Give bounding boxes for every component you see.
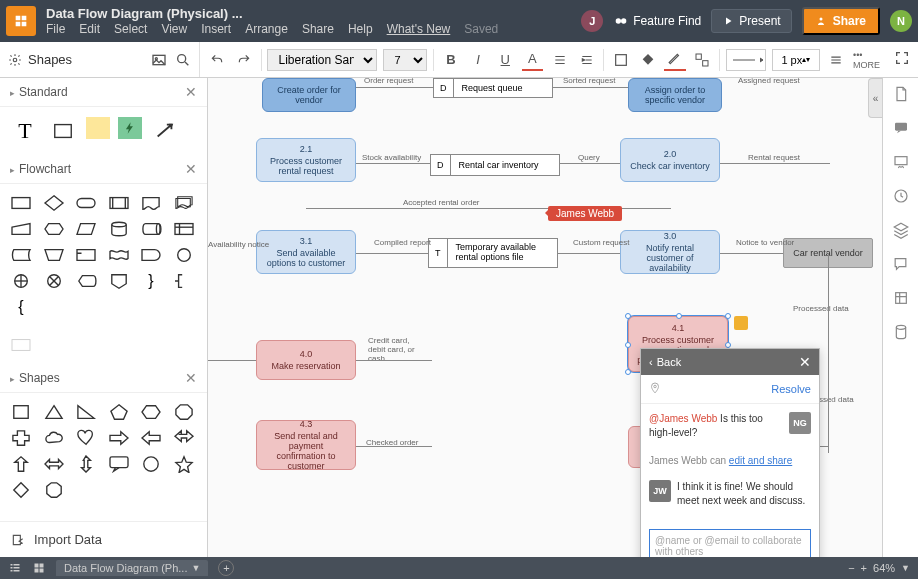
fc-multidoc[interactable] bbox=[171, 192, 197, 214]
fc-sum[interactable] bbox=[41, 270, 67, 292]
undo-button[interactable] bbox=[206, 49, 227, 71]
fc-tape[interactable] bbox=[106, 244, 132, 266]
fc-data[interactable] bbox=[73, 218, 99, 240]
fc-delay[interactable] bbox=[138, 244, 164, 266]
comments-icon[interactable] bbox=[891, 118, 911, 138]
bold-button[interactable]: B bbox=[440, 49, 461, 71]
fc-preparation[interactable] bbox=[41, 218, 67, 240]
node-2-1[interactable]: 2.1Process customer rental request bbox=[256, 138, 356, 182]
menu-arrange[interactable]: Arrange bbox=[245, 22, 288, 36]
comment-input[interactable]: @name or @email to collaborate with othe… bbox=[649, 529, 811, 557]
user-avatar[interactable]: N bbox=[890, 10, 912, 32]
zoom-out-button[interactable]: − bbox=[848, 562, 854, 574]
fc-process[interactable] bbox=[8, 192, 34, 214]
fc-decision[interactable] bbox=[41, 192, 67, 214]
node-2-0[interactable]: 2.0Check car inventory bbox=[620, 138, 720, 182]
fc-offpage[interactable] bbox=[106, 270, 132, 292]
sh-pentagon[interactable] bbox=[106, 401, 132, 423]
canvas[interactable]: Create order for vendor DRequest queue A… bbox=[208, 78, 882, 557]
datastore-temp-file[interactable]: TTemporary available rental options file bbox=[428, 238, 558, 268]
fc-annotation[interactable] bbox=[171, 270, 197, 292]
comment-close-button[interactable]: ✕ bbox=[799, 354, 811, 370]
zoom-dropdown[interactable]: ▼ bbox=[901, 563, 910, 573]
font-size-select[interactable]: 7 pt bbox=[383, 49, 427, 71]
feature-find-button[interactable]: Feature Find bbox=[613, 13, 701, 29]
present-button[interactable]: Present bbox=[711, 9, 791, 33]
master-icon[interactable] bbox=[891, 288, 911, 308]
border-color-button[interactable] bbox=[664, 49, 685, 71]
import-data-button[interactable]: Import Data bbox=[0, 521, 207, 557]
menu-whats-new[interactable]: What's New bbox=[387, 22, 451, 36]
fc-directdata[interactable] bbox=[138, 218, 164, 240]
node-create-order[interactable]: Create order for vendor bbox=[262, 78, 356, 112]
rect-shape[interactable] bbox=[48, 117, 78, 145]
sh-triangle[interactable] bbox=[41, 401, 67, 423]
panel-standard-header[interactable]: ▸Standard ✕ bbox=[0, 78, 207, 107]
fc-manual-op[interactable] bbox=[41, 244, 67, 266]
fill-color-button[interactable] bbox=[610, 49, 631, 71]
action-shape[interactable] bbox=[118, 117, 142, 139]
sh-cloud[interactable] bbox=[41, 427, 67, 449]
indent-button[interactable] bbox=[576, 49, 597, 71]
menu-insert[interactable]: Insert bbox=[201, 22, 231, 36]
menu-share[interactable]: Share bbox=[302, 22, 334, 36]
sh-arrow-b[interactable] bbox=[171, 427, 197, 449]
sh-arrows-v[interactable] bbox=[73, 453, 99, 475]
node-3-1[interactable]: 3.1Send available options to customer bbox=[256, 230, 356, 274]
right-rail-collapse[interactable]: « bbox=[868, 78, 882, 118]
close-icon[interactable]: ✕ bbox=[185, 84, 197, 100]
sh-arrow-l[interactable] bbox=[138, 427, 164, 449]
search-icon[interactable] bbox=[175, 52, 191, 68]
app-logo[interactable] bbox=[6, 6, 36, 36]
node-4-3[interactable]: 4.3Send rental and payment confirmation … bbox=[256, 420, 356, 470]
menu-file[interactable]: File bbox=[46, 22, 65, 36]
list-view-icon[interactable] bbox=[8, 562, 22, 574]
text-tool[interactable]: T bbox=[10, 117, 40, 145]
sh-star[interactable] bbox=[171, 453, 197, 475]
add-page-button[interactable]: + bbox=[218, 560, 234, 576]
node-assign-order[interactable]: Assign order to specific vendor bbox=[628, 78, 722, 112]
text-color-button[interactable]: A bbox=[522, 49, 543, 71]
panel-flowchart-header[interactable]: ▸Flowchart ✕ bbox=[0, 155, 207, 184]
fc-connector[interactable] bbox=[171, 244, 197, 266]
more-button[interactable]: •••MORE bbox=[853, 50, 880, 70]
fc-terminator[interactable] bbox=[73, 192, 99, 214]
chat-icon[interactable] bbox=[891, 254, 911, 274]
fc-or[interactable] bbox=[8, 270, 34, 292]
menu-view[interactable]: View bbox=[161, 22, 187, 36]
fc-input[interactable] bbox=[8, 218, 34, 240]
comment-back-button[interactable]: ‹ Back bbox=[649, 356, 681, 368]
shape-style-button[interactable] bbox=[692, 49, 713, 71]
present-icon[interactable] bbox=[891, 152, 911, 172]
sh-arrow-u[interactable] bbox=[8, 453, 34, 475]
note-shape[interactable] bbox=[86, 117, 110, 139]
sh-callout[interactable] bbox=[106, 453, 132, 475]
menu-select[interactable]: Select bbox=[114, 22, 147, 36]
zoom-in-button[interactable]: + bbox=[861, 562, 867, 574]
document-title[interactable]: Data Flow Diagram (Physical) ... bbox=[46, 6, 581, 21]
line-options-button[interactable] bbox=[826, 49, 847, 71]
line-style-select[interactable] bbox=[726, 49, 766, 71]
edit-share-link[interactable]: edit and share bbox=[729, 455, 792, 466]
sh-heart[interactable] bbox=[73, 427, 99, 449]
sh-arrows-h[interactable] bbox=[41, 453, 67, 475]
shape-fill-button[interactable] bbox=[637, 49, 658, 71]
layers-icon[interactable] bbox=[891, 220, 911, 240]
sh-octagon[interactable] bbox=[171, 401, 197, 423]
fc-document[interactable] bbox=[138, 192, 164, 214]
comment-marker-icon[interactable] bbox=[734, 316, 748, 330]
zoom-level[interactable]: 64% bbox=[873, 562, 895, 574]
italic-button[interactable]: I bbox=[468, 49, 489, 71]
redo-button[interactable] bbox=[233, 49, 254, 71]
fc-database[interactable] bbox=[106, 218, 132, 240]
panel-shapes-header[interactable]: ▸Shapes ✕ bbox=[0, 364, 207, 393]
arrow-tool[interactable] bbox=[150, 117, 180, 145]
page-tab[interactable]: Data Flow Diagram (Ph... ▼ bbox=[56, 560, 208, 576]
page-icon[interactable] bbox=[891, 84, 911, 104]
menu-edit[interactable]: Edit bbox=[79, 22, 100, 36]
datastore-request-queue[interactable]: DRequest queue bbox=[433, 78, 553, 98]
align-button[interactable] bbox=[549, 49, 570, 71]
fc-card[interactable] bbox=[73, 244, 99, 266]
sh-square[interactable] bbox=[8, 401, 34, 423]
node-3-0[interactable]: 3.0Notify rental customer of availabilit… bbox=[620, 230, 720, 274]
